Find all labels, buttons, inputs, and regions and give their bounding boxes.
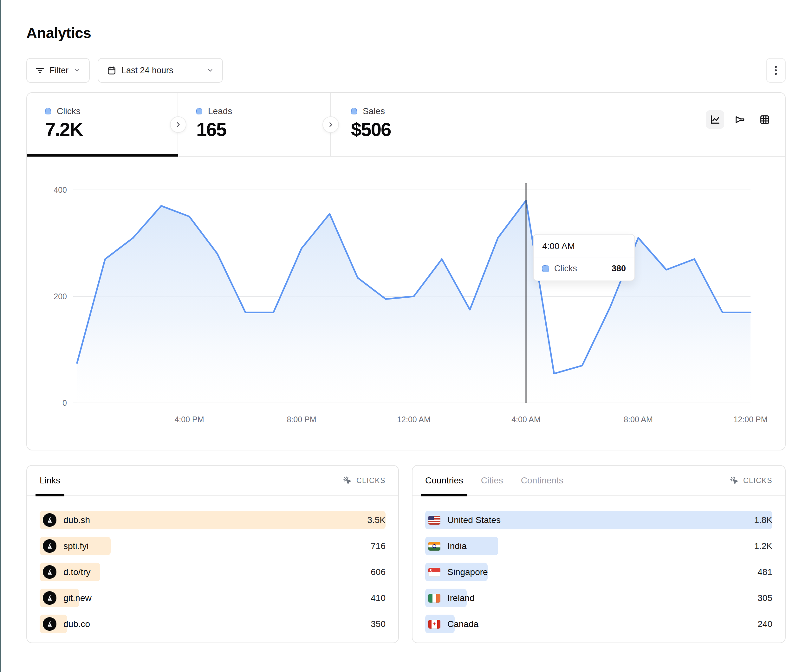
active-tab-underline	[27, 154, 178, 157]
chevron-right-icon	[328, 121, 334, 128]
line-chart-view-button[interactable]	[706, 110, 724, 129]
clicks-value: 7.2K	[45, 119, 177, 140]
country-label: Ireland	[447, 593, 475, 603]
table-grid-icon	[759, 114, 770, 125]
dub-logo-icon	[43, 591, 56, 605]
links-panel: Links CLICKS dub.sh 3.5K spti.fyi	[26, 465, 399, 643]
clicks-tab-label: Clicks	[57, 106, 80, 116]
tab-leads[interactable]: Leads 165	[178, 93, 331, 156]
clicks-legend-marker	[45, 108, 51, 114]
country-list-item[interactable]: ✦ Canada 240	[425, 615, 773, 633]
funnel-icon	[734, 114, 745, 125]
leads-tab-label: Leads	[208, 106, 232, 116]
country-list-item[interactable]: India 1.2K	[425, 537, 773, 555]
analytics-card: Clicks 7.2K Leads 165 Sales $506	[26, 92, 786, 450]
sales-tab-label: Sales	[363, 106, 385, 116]
tab-countries[interactable]: Countries	[425, 465, 463, 496]
sales-legend-marker	[351, 108, 357, 114]
link-list-item[interactable]: d.to/try 606	[39, 563, 386, 582]
links-list: dub.sh 3.5K spti.fyi 716 d.to/try 606	[27, 496, 398, 633]
calendar-icon	[107, 66, 116, 75]
link-clicks-value: 716	[371, 541, 386, 551]
country-label: United States	[447, 515, 501, 525]
countries-metric-header[interactable]: CLICKS	[730, 476, 773, 485]
cursor-click-icon	[343, 476, 352, 485]
table-view-button[interactable]	[755, 110, 774, 129]
filter-button[interactable]: Filter	[26, 58, 90, 83]
link-label: spti.fyi	[63, 541, 89, 551]
clicks-timeseries-chart[interactable]: 02004004:00 PM8:00 PM12:00 AM4:00 AM8:00…	[27, 157, 785, 450]
y-axis-label: 200	[54, 292, 67, 301]
cities-tab-label: Cities	[481, 476, 503, 486]
filter-lines-icon	[36, 66, 44, 75]
area-fill	[77, 201, 751, 403]
country-label: Canada	[447, 619, 478, 629]
link-label: dub.sh	[63, 515, 90, 525]
country-list-item[interactable]: United States 1.8K	[425, 511, 773, 529]
country-label: India	[447, 541, 467, 551]
toolbar: Filter Last 24 hours	[26, 58, 786, 83]
x-axis-label: 12:00 PM	[734, 415, 767, 424]
date-range-button[interactable]: Last 24 hours	[98, 58, 223, 83]
x-axis-label: 8:00 PM	[287, 415, 316, 424]
dub-logo-icon	[43, 565, 56, 579]
window-edge-strip	[0, 0, 1, 672]
dub-logo-icon	[43, 539, 56, 553]
country-clicks-value: 1.8K	[754, 515, 773, 525]
date-range-label: Last 24 hours	[121, 66, 174, 75]
expand-leads-arrow[interactable]	[322, 116, 339, 133]
link-clicks-value: 350	[371, 619, 386, 629]
link-list-item[interactable]: dub.sh 3.5K	[39, 511, 386, 529]
link-label: d.to/try	[63, 567, 91, 577]
x-axis-label: 8:00 AM	[624, 415, 653, 424]
more-options-button[interactable]	[766, 58, 786, 83]
tooltip-series-value: 380	[612, 264, 626, 273]
area-chart-canvas[interactable]: 02004004:00 PM8:00 PM12:00 AM4:00 AM8:00…	[27, 157, 785, 450]
tab-continents[interactable]: Continents	[521, 465, 563, 496]
link-list-item[interactable]: git.new 410	[39, 588, 386, 607]
ca-flag-icon: ✦	[428, 620, 440, 629]
country-clicks-value: 1.2K	[754, 541, 773, 551]
link-list-item[interactable]: spti.fyi 716	[39, 537, 386, 555]
tab-cities[interactable]: Cities	[481, 465, 503, 496]
links-tab-label: Links	[39, 476, 60, 486]
tooltip-series-label: Clicks	[554, 264, 577, 273]
country-list-item[interactable]: Ireland 305	[425, 588, 773, 607]
page-title: Analytics	[26, 24, 786, 41]
kebab-menu-icon	[771, 65, 781, 76]
links-metric-header[interactable]: CLICKS	[343, 476, 386, 485]
x-axis-label: 4:00 PM	[174, 415, 204, 424]
tab-clicks[interactable]: Clicks 7.2K	[27, 93, 178, 156]
chart-view-toggle	[706, 110, 774, 129]
sg-flag-icon	[428, 568, 440, 576]
link-label: dub.co	[63, 619, 90, 629]
link-label: git.new	[63, 593, 92, 603]
x-axis-label: 4:00 AM	[512, 415, 541, 424]
countries-metric-label: CLICKS	[743, 476, 773, 485]
y-axis-label: 400	[54, 186, 67, 194]
breakdown-panels: Links CLICKS dub.sh 3.5K spti.fyi	[26, 465, 786, 643]
dub-logo-icon	[43, 617, 56, 631]
ie-flag-icon	[428, 594, 440, 602]
country-list-item[interactable]: Singapore 481	[425, 563, 773, 582]
link-list-item[interactable]: dub.co 350	[39, 615, 386, 633]
dub-logo-icon	[43, 513, 56, 527]
chart-tooltip: 4:00 AM Clicks 380	[533, 234, 635, 281]
line-chart-icon	[710, 114, 720, 125]
tooltip-time: 4:00 AM	[534, 235, 635, 258]
countries-list: United States 1.8K India 1.2K Singapore …	[413, 496, 785, 633]
y-axis-label: 0	[63, 399, 67, 407]
maple-leaf-glyph: ✦	[432, 621, 437, 627]
leads-value: 165	[196, 119, 330, 140]
funnel-view-button[interactable]	[730, 110, 749, 129]
link-bar	[39, 511, 386, 529]
leads-legend-marker	[196, 108, 202, 114]
expand-clicks-arrow[interactable]	[170, 116, 186, 133]
country-clicks-value: 481	[757, 567, 773, 577]
tooltip-series-marker	[542, 265, 549, 272]
countries-panel: Countries Cities Continents CLICKS Unite…	[412, 465, 786, 643]
cursor-click-icon	[730, 476, 739, 485]
country-label: Singapore	[447, 567, 488, 577]
chevron-right-icon	[175, 121, 181, 128]
tab-links[interactable]: Links	[39, 465, 60, 496]
